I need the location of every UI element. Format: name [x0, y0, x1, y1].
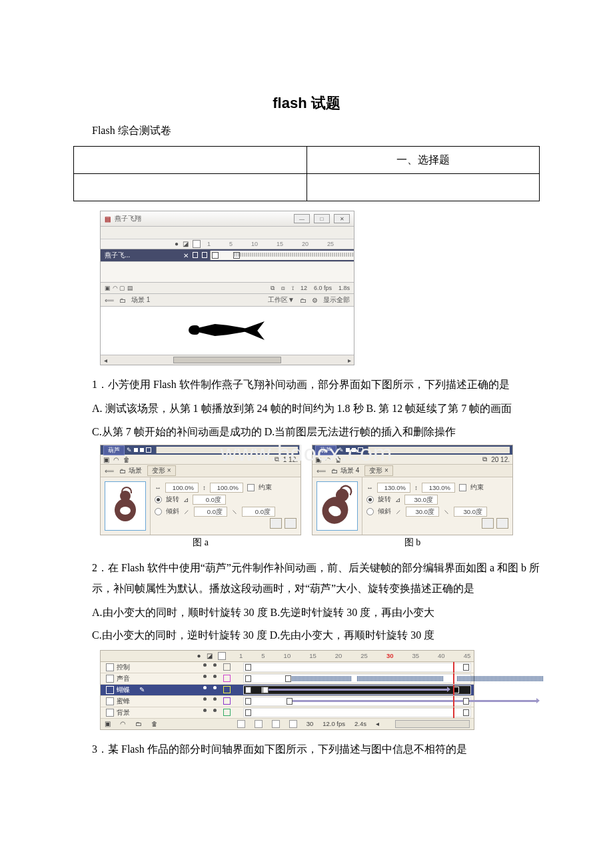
fig2a-skew1[interactable]: 0.0度	[194, 507, 227, 517]
center-frame-icon[interactable]	[237, 720, 245, 728]
new-folder-icon[interactable]: 🗀	[135, 720, 142, 727]
lock-icon: ◪	[207, 652, 213, 660]
fig2a-thumb[interactable]	[105, 481, 146, 531]
new-motion-guide-icon[interactable]: ◠	[120, 720, 126, 727]
minimize-icon[interactable]: —	[294, 214, 310, 223]
fig2b-rotate-radio[interactable]	[366, 496, 374, 503]
swallow-icon	[187, 317, 267, 344]
fig2a-scene-home-icon[interactable]: ⟸	[105, 467, 114, 475]
wave-icon	[357, 676, 444, 681]
fig3-status-fps: 12.0 fps	[322, 720, 345, 727]
fig1-horizontal-scrollbar[interactable]: ◂ ▸	[101, 355, 354, 365]
fig2a-skew-radio[interactable]	[155, 508, 162, 515]
fig1-show-all[interactable]: 显示全部	[323, 295, 350, 305]
fig1-scene-name[interactable]: 场景 1	[131, 295, 150, 305]
fig2a-skew2[interactable]: 0.0度	[242, 507, 275, 517]
fig2b-skew-radio[interactable]	[366, 508, 374, 515]
fig2a-caption: 图 a	[193, 537, 209, 549]
fig2b-scene-home-icon[interactable]: ⟸	[316, 467, 326, 475]
fig2b-new-layer-icon[interactable]: ▣	[315, 456, 321, 463]
fig2a-rotate-value[interactable]: 0.0度	[193, 495, 226, 505]
fig2a-rotate-radio[interactable]	[155, 496, 162, 503]
fig2a-scene-name[interactable]: 🗀 场景	[119, 466, 142, 475]
onion-outlines-icon[interactable]: ⟟	[292, 285, 294, 292]
fig1-doc-icon: ▤	[105, 215, 111, 223]
edit-multiple-icon[interactable]	[289, 720, 297, 728]
fig2a-panel-tab[interactable]: 变形 ×	[147, 465, 176, 476]
fig2b-outline-box	[358, 447, 363, 453]
fig2b-thumb[interactable]	[316, 481, 358, 531]
fig2a-new-layer-icon[interactable]: ▣	[103, 456, 109, 463]
delete-layer-icon[interactable]: 🗑	[151, 720, 158, 727]
fig2b-caption: 图 b	[404, 537, 421, 549]
fig1-layer-lock-dot[interactable]	[193, 252, 198, 258]
fig1-workspace-label[interactable]: 工作区▼	[268, 295, 295, 305]
fig3-layer-butterfly[interactable]: 蝴蝶 ✎	[101, 685, 474, 696]
fig2a-folder-icon[interactable]: ◠	[113, 456, 119, 463]
edit-symbol-icon[interactable]: ⚙	[312, 297, 318, 304]
fig2a-layer-tab[interactable]: 葫芦	[103, 445, 125, 455]
fig1-ruler-ticks: 1 5 10 15 20 25	[206, 241, 354, 247]
fig1-layer-outline-dot[interactable]	[202, 252, 207, 258]
fig2b-layer-tab[interactable]: 葫芦	[315, 445, 336, 455]
scroll-left-icon[interactable]: ◂	[101, 357, 110, 364]
fig2a-scaleH[interactable]: 100.0%	[210, 483, 243, 493]
fig3-layer-bee[interactable]: 蜜蜂	[101, 696, 474, 707]
fig2a-lock-checkbox[interactable]	[247, 484, 255, 491]
fig1-stage	[101, 307, 354, 355]
section-table: 一、选择题	[73, 146, 540, 201]
fig2b-scaleW[interactable]: 130.0%	[377, 483, 410, 493]
fig2b-panel-tab[interactable]: 变形 ×	[364, 465, 393, 476]
figure-3-timeline: ● ◪ 1 5 10 15 20 25 30 35 40 45 控制	[100, 650, 474, 730]
playhead-icon[interactable]	[453, 662, 454, 673]
fig2b-onion-icon[interactable]: ⧉	[482, 455, 487, 463]
fig2b-scaleH[interactable]: 130.0%	[422, 483, 455, 493]
scroll-left-icon[interactable]: ◂	[376, 720, 379, 727]
fig2a-lock-label: 约束	[259, 483, 272, 492]
fig2b-scene-name[interactable]: 🗀 场景 4	[331, 466, 359, 475]
onion-marker-icon[interactable]: ⧈	[281, 285, 285, 292]
scroll-right-icon[interactable]: ▸	[344, 357, 354, 364]
scene-home-icon[interactable]: ⟸	[105, 297, 114, 304]
section-table-cell-blank-2	[306, 174, 540, 201]
fig1-layer-name[interactable]: 燕子飞...	[101, 251, 183, 260]
close-icon[interactable]: ✕	[334, 214, 350, 223]
fig2a-reset-button[interactable]	[285, 518, 297, 529]
fig1-window-title: 燕子飞翔	[115, 214, 141, 223]
new-layer-icon[interactable]: ▣	[105, 720, 111, 727]
fig2a-onion-icon[interactable]: ⧉	[275, 455, 279, 463]
fig2b-lock-checkbox[interactable]	[459, 484, 466, 491]
fig2b-skew2[interactable]: 30.0度	[454, 507, 487, 517]
fig2a-delete-icon[interactable]: 🗑	[123, 456, 130, 463]
fig3-layer-control[interactable]: 控制	[101, 662, 474, 673]
fig2b-folder-icon[interactable]: ◠	[325, 456, 331, 463]
fig2a-copy-transform-button[interactable]	[270, 518, 282, 529]
fig2b-dot1	[346, 448, 350, 452]
outline-icon	[193, 240, 201, 248]
scene-folder-icon[interactable]: 🗀	[119, 297, 126, 304]
q2-options-cd: C.由小变大的同时，逆时针旋转 30 度 D.先由小变大，再顺时针旋转 30 度	[92, 625, 540, 645]
fig3-scrollbar-thumb[interactable]	[395, 720, 470, 728]
fig2b-delete-icon[interactable]: 🗑	[335, 456, 342, 463]
fig2b-rotate-value[interactable]: 30.0度	[404, 495, 438, 505]
fig2b-reset-button[interactable]	[496, 518, 508, 529]
fig3-layer-bg[interactable]: 背景	[101, 707, 474, 719]
fig2a-scaleW[interactable]: 100.0%	[165, 483, 199, 493]
fig2b-skew1[interactable]: 30.0度	[406, 507, 439, 517]
fig1-layer-eye-dot[interactable]: ✕	[183, 252, 189, 259]
wave-icon	[457, 676, 544, 681]
pencil-icon: ✎	[338, 447, 344, 453]
maximize-icon[interactable]: □	[314, 214, 330, 223]
onion-outline-icon[interactable]	[272, 720, 280, 728]
onion-icon[interactable]: ⧉	[271, 285, 275, 292]
fig2b-copy-transform-button[interactable]	[482, 518, 494, 529]
edit-scene-icon[interactable]: 🗀	[300, 297, 306, 304]
q3-stem: 3．某 Flash 作品的部分时间轴界面如下图所示，下列描述与图中信息不相符的是	[92, 739, 540, 759]
fig3-ruler-ticks: 1 5 10 15 20 25 30 35 40 45	[235, 652, 474, 659]
onion-skin-icon[interactable]	[255, 720, 263, 728]
fig1-track[interactable]	[210, 251, 354, 260]
fig1-status-sec: 1.8s	[338, 285, 350, 291]
section-table-cell-empty	[74, 147, 307, 174]
fig3-layer-sound[interactable]: 声音	[101, 673, 474, 685]
lock-icon: ◪	[183, 240, 189, 248]
